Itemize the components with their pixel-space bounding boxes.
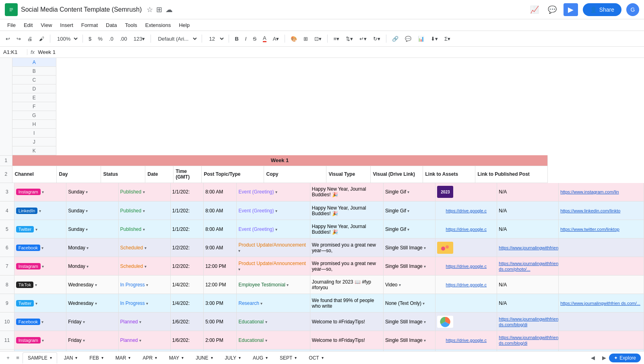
post-type-dropdown[interactable]: ▾ <box>287 283 289 287</box>
link-button[interactable]: 🔗 <box>390 34 401 43</box>
col-header-C[interactable]: C <box>12 76 57 84</box>
channel-dropdown[interactable]: ▾ <box>35 301 37 306</box>
row-header[interactable]: 9 <box>0 294 14 313</box>
day-dropdown[interactable]: ▾ <box>83 320 85 324</box>
menu-view[interactable]: View <box>37 21 56 30</box>
asset-link[interactable]: https://www.journalingwithfrien ds.com/p… <box>499 261 558 271</box>
col-header-E[interactable]: E <box>12 93 57 102</box>
drive-link[interactable]: https://drive.google.c <box>446 208 487 213</box>
comment-icon[interactable]: 💬 <box>546 3 559 16</box>
share-button[interactable]: 👤 Share <box>583 3 621 16</box>
status-dropdown[interactable]: ▾ <box>143 227 145 232</box>
day-dropdown[interactable]: ▾ <box>95 301 97 306</box>
filter-button[interactable]: ⬇▾ <box>428 34 440 43</box>
col-header-B[interactable]: B <box>12 67 57 76</box>
visual-type-dropdown[interactable]: ▾ <box>407 227 409 232</box>
undo-button[interactable]: ↩ <box>3 34 12 43</box>
visual-type-dropdown[interactable]: ▾ <box>424 264 426 269</box>
star-icon[interactable]: ☆ <box>147 5 153 14</box>
strikethrough-button[interactable]: S <box>250 34 259 43</box>
col-header-I[interactable]: I <box>12 129 57 138</box>
col-header-K[interactable]: K <box>12 146 57 155</box>
menu-edit[interactable]: Edit <box>20 21 37 30</box>
row-header[interactable]: 5 <box>0 220 14 239</box>
channel-dropdown[interactable]: ▾ <box>35 227 37 232</box>
col-header-D[interactable]: D <box>12 84 57 93</box>
channel-dropdown[interactable]: ▾ <box>41 246 43 250</box>
col-header-G[interactable]: G <box>12 111 57 120</box>
align-button[interactable]: ≡▾ <box>331 34 342 43</box>
row-header[interactable]: 10 <box>0 313 14 331</box>
drive-link[interactable]: https://drive.google.c <box>446 282 487 287</box>
decimal-less-button[interactable]: .0 <box>107 34 116 43</box>
percent-button[interactable]: % <box>95 34 105 43</box>
day-dropdown[interactable]: ▾ <box>87 264 89 269</box>
visual-type-dropdown[interactable]: ▾ <box>424 338 426 343</box>
row-header-1[interactable]: 1 <box>0 155 12 166</box>
fill-color-button[interactable]: 🎨 <box>288 34 299 43</box>
published-link[interactable]: https://www.instagram.com/lin <box>560 189 619 194</box>
visual-type-dropdown[interactable]: ▾ <box>407 190 409 194</box>
avatar[interactable]: G <box>626 3 639 16</box>
status-dropdown[interactable]: ▾ <box>139 338 141 343</box>
status-dropdown[interactable]: ▾ <box>143 190 145 194</box>
status-dropdown[interactable]: ▾ <box>146 283 148 287</box>
post-type-dropdown[interactable]: ▾ <box>275 190 277 194</box>
formula-button[interactable]: Σ▾ <box>442 34 453 43</box>
post-type-dropdown[interactable]: ▾ <box>265 338 267 343</box>
row-header[interactable]: 3 <box>0 183 14 202</box>
status-dropdown[interactable]: ▾ <box>144 246 147 250</box>
zoom-select[interactable]: 100% <box>54 34 79 43</box>
drive-link[interactable]: https://drive.google.c <box>446 338 487 343</box>
post-type-dropdown[interactable]: ▾ <box>260 301 262 306</box>
day-dropdown[interactable]: ▾ <box>83 338 85 343</box>
menu-format[interactable]: Format <box>77 21 102 30</box>
col-header-J[interactable]: J <box>12 138 57 146</box>
status-dropdown[interactable]: ▾ <box>146 301 148 306</box>
day-dropdown[interactable]: ▾ <box>86 209 88 213</box>
decimal-more-button[interactable]: .00 <box>118 34 130 43</box>
post-type-dropdown[interactable]: ▾ <box>238 267 240 271</box>
row-header[interactable]: 4 <box>0 202 14 220</box>
cloud-icon[interactable]: ☁ <box>165 5 173 14</box>
post-type-dropdown[interactable]: ▾ <box>275 227 277 232</box>
row-header[interactable]: 7 <box>0 257 14 276</box>
underline-button[interactable]: A <box>260 33 269 44</box>
format-num-button[interactable]: 123▾ <box>131 34 148 43</box>
cell-reference[interactable]: A1:K1 <box>3 49 27 55</box>
wrap-button[interactable]: ↵▾ <box>357 34 369 43</box>
chart-button[interactable]: 📊 <box>415 34 427 43</box>
menu-extensions[interactable]: Extensions <box>141 21 175 30</box>
visual-type-dropdown[interactable]: ▾ <box>399 283 401 287</box>
status-dropdown[interactable]: ▾ <box>143 209 145 213</box>
post-type-dropdown[interactable]: ▾ <box>265 320 267 324</box>
published-link[interactable]: https://www.journalingwithfrien ds.com/.… <box>560 301 640 306</box>
font-size-select[interactable]: 12 <box>205 34 225 43</box>
asset-link[interactable]: https://www.journalingwithfrien ds.com/b… <box>499 317 558 327</box>
merge-button[interactable]: ⊡▾ <box>312 34 324 43</box>
channel-dropdown[interactable]: ▾ <box>35 283 37 287</box>
comment-add-button[interactable]: 💬 <box>402 34 414 43</box>
published-link[interactable]: https://www.linkedin.com/linkto <box>560 208 620 213</box>
grid-scroll[interactable]: A B C D E F G H I J K 1 Week 1 <box>0 58 644 351</box>
visual-type-dropdown[interactable]: ▾ <box>424 246 426 250</box>
redo-button[interactable]: ↪ <box>14 34 23 43</box>
menu-file[interactable]: File <box>3 21 20 30</box>
day-dropdown[interactable]: ▾ <box>86 190 88 194</box>
italic-button[interactable]: I <box>243 34 249 43</box>
menu-help[interactable]: Help <box>175 21 194 30</box>
visual-type-dropdown[interactable]: ▾ <box>423 301 425 306</box>
asset-link[interactable]: https://www.journalingwithfrien ds.com/b… <box>499 335 558 345</box>
drive-link[interactable]: https://drive.google.c <box>446 264 487 269</box>
status-dropdown[interactable]: ▾ <box>139 320 141 324</box>
menu-insert[interactable]: Insert <box>56 21 77 30</box>
activity-icon[interactable]: 📈 <box>528 3 541 16</box>
visual-type-dropdown[interactable]: ▾ <box>407 209 409 213</box>
published-link[interactable]: https://www.twitter.com/linktop <box>560 227 619 232</box>
day-dropdown[interactable]: ▾ <box>86 227 88 232</box>
menu-tools[interactable]: Tools <box>121 21 141 30</box>
post-type-dropdown[interactable]: ▾ <box>238 249 240 253</box>
col-header-F[interactable]: F <box>12 102 57 111</box>
rotate-button[interactable]: ↻▾ <box>371 34 383 43</box>
status-dropdown[interactable]: ▾ <box>144 264 147 269</box>
